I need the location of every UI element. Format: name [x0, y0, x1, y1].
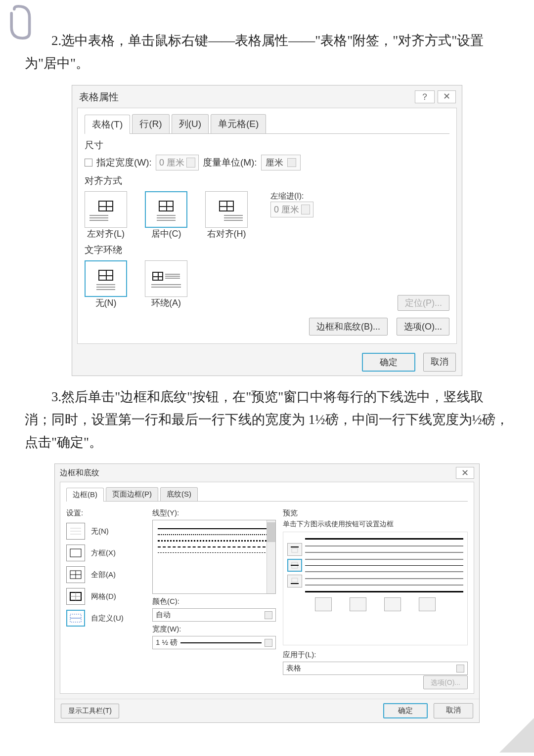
spin-up-down-icon[interactable] — [301, 205, 310, 214]
setting-all[interactable]: 全部(A) — [66, 566, 145, 583]
ok-button[interactable]: 确定 — [362, 353, 415, 372]
border-middle-icon — [290, 562, 299, 569]
border-right-button[interactable] — [419, 597, 436, 611]
border-middle-button[interactable] — [287, 559, 302, 572]
setting-grid[interactable]: 网格(D) — [66, 588, 145, 605]
style-label: 线型(Y): — [152, 508, 276, 518]
dialog-title: 边框和底纹 — [60, 468, 99, 478]
tab-shading[interactable]: 底纹(S) — [160, 487, 198, 501]
align-center-option[interactable]: 居中(C) — [145, 191, 187, 240]
grid-icon — [69, 591, 82, 601]
left-indent-label: 左缩进(I): — [270, 191, 313, 202]
tab-cell[interactable]: 单元格(E) — [211, 114, 266, 133]
spin-up-down-icon[interactable] — [186, 158, 195, 168]
paperclip-icon — [5, 5, 35, 40]
width-label: 宽度(W): — [152, 625, 276, 634]
border-top-button[interactable] — [287, 543, 302, 556]
border-top-icon — [290, 546, 299, 553]
unit-combo[interactable]: 厘米 — [261, 155, 301, 170]
table-icon — [152, 272, 163, 281]
wrap-none-option[interactable]: 无(N) — [85, 260, 127, 309]
preview-hint: 单击下方图示或使用按钮可设置边框 — [283, 520, 468, 529]
tab-table[interactable]: 表格(T) — [85, 115, 130, 134]
line-style-listbox[interactable] — [152, 520, 276, 594]
color-combo[interactable]: 自动 — [152, 608, 276, 622]
options-button[interactable]: 选项(O)... — [423, 675, 468, 689]
align-right-option[interactable]: 右对齐(H) — [205, 191, 248, 240]
custom-icon — [69, 613, 82, 623]
alignment-group-label: 对齐方式 — [85, 174, 449, 187]
dropdown-icon — [456, 665, 464, 672]
show-toolbar-button[interactable]: 显示工具栏(T) — [61, 704, 119, 718]
none-icon — [69, 526, 82, 536]
table-icon — [98, 201, 113, 211]
unit-label: 度量单位(M): — [203, 156, 257, 169]
tab-border[interactable]: 边框(B) — [66, 488, 104, 502]
preview-label: 预览 — [283, 508, 468, 518]
border-bottom-icon — [290, 578, 299, 585]
width-spinner[interactable]: 0 厘米 — [156, 155, 199, 170]
border-bottom-button[interactable] — [287, 575, 302, 588]
svg-rect-13 — [292, 548, 298, 552]
close-button[interactable]: ✕ — [438, 90, 456, 103]
page-curl-icon — [499, 718, 534, 753]
border-diag-button[interactable] — [315, 597, 332, 611]
specify-width-label: 指定宽度(W): — [96, 156, 152, 169]
apply-to-label: 应用于(L): — [283, 650, 468, 660]
tab-row[interactable]: 行(R) — [132, 114, 169, 133]
left-indent-spinner[interactable]: 0 厘米 — [270, 202, 313, 217]
close-button[interactable]: ✕ — [456, 467, 474, 479]
size-group-label: 尺寸 — [85, 139, 449, 152]
table-icon — [219, 201, 234, 211]
scrollbar[interactable] — [267, 520, 275, 593]
instruction-step-3: 3.然后单击"边框和底纹"按钮，在"预览"窗口中将每行的下线选中，竖线取消；同时… — [25, 386, 509, 454]
setting-box[interactable]: 方框(X) — [66, 545, 145, 561]
setting-custom[interactable]: 自定义(U) — [66, 610, 145, 627]
setting-label: 设置: — [66, 508, 145, 518]
border-left-button[interactable] — [350, 597, 366, 611]
borders-shading-button[interactable]: 边框和底纹(B)... — [309, 318, 388, 336]
position-button[interactable]: 定位(P)... — [398, 295, 449, 311]
dropdown-icon — [287, 158, 296, 167]
table-icon — [98, 270, 113, 281]
dialog-title: 表格属性 — [79, 90, 119, 104]
instruction-step-2: 2.选中表格，单击鼠标右键——表格属性——"表格"附签，"对齐方式"设置为"居中… — [25, 30, 509, 75]
preview-table[interactable] — [305, 538, 463, 592]
align-left-option[interactable]: 左对齐(L) — [85, 191, 127, 240]
tab-page-border[interactable]: 页面边框(P) — [106, 487, 158, 501]
borders-shading-dialog: 边框和底纹 ✕ 边框(B) 页面边框(P) 底纹(S) 设置: 无(N) 方框(… — [54, 463, 480, 723]
wrap-around-option[interactable]: 环绕(A) — [145, 260, 187, 309]
svg-rect-3 — [70, 549, 81, 557]
all-icon — [69, 570, 82, 580]
help-button[interactable]: ？ — [415, 90, 435, 103]
color-label: 颜色(C): — [152, 597, 276, 606]
width-combo[interactable]: 1 ½ 磅 — [152, 636, 276, 649]
dropdown-icon — [265, 611, 272, 619]
box-icon — [69, 548, 82, 558]
cancel-button[interactable]: 取消 — [434, 703, 473, 718]
wrap-group-label: 文字环绕 — [85, 244, 449, 256]
table-icon — [159, 201, 174, 211]
svg-rect-16 — [292, 578, 298, 582]
setting-none[interactable]: 无(N) — [66, 523, 145, 540]
options-button[interactable]: 选项(O)... — [397, 318, 449, 336]
preview-area — [283, 532, 468, 645]
table-properties-dialog: 表格属性 ？ ✕ 表格(T) 行(R) 列(U) 单元格(E) 尺寸 指定宽度(… — [72, 85, 462, 376]
apply-to-combo[interactable]: 表格 — [283, 662, 468, 675]
ok-button[interactable]: 确定 — [383, 703, 428, 718]
cancel-button[interactable]: 取消 — [423, 353, 456, 372]
dropdown-icon — [265, 639, 272, 647]
border-center-button[interactable] — [384, 597, 401, 611]
tab-column[interactable]: 列(U) — [172, 114, 209, 133]
specify-width-checkbox[interactable] — [85, 159, 92, 167]
